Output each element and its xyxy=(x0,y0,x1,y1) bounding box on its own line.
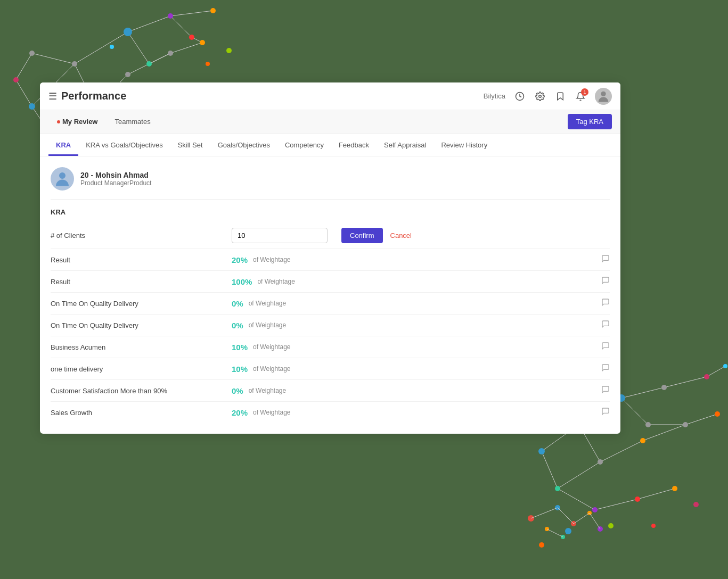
tab-competency[interactable]: Competency xyxy=(277,134,331,156)
weightage-suffix: of Weightage xyxy=(253,343,291,351)
weightage-value: 10% xyxy=(232,343,248,352)
svg-point-59 xyxy=(683,422,688,427)
app-container: ☰ Performance Bilytica xyxy=(40,82,620,434)
svg-line-43 xyxy=(542,451,558,489)
svg-point-33 xyxy=(110,45,114,49)
navbar-left: ☰ Performance xyxy=(48,90,484,102)
kra-input-row: # of Clients Confirm Cancel xyxy=(51,222,610,249)
svg-point-87 xyxy=(59,172,66,179)
kra-row-label: Result xyxy=(51,256,232,264)
kra-row: Result 20% of Weightage xyxy=(51,249,610,271)
weightage-value: 20% xyxy=(232,255,248,264)
svg-point-28 xyxy=(146,61,152,67)
notification-icon[interactable]: 1 xyxy=(575,90,586,102)
kra-row-value-area: 10% of Weightage xyxy=(232,342,610,352)
cancel-button[interactable]: Cancel xyxy=(390,231,412,239)
user-avatar[interactable] xyxy=(595,88,612,105)
weightage-suffix: of Weightage xyxy=(253,365,291,373)
hamburger-icon[interactable]: ☰ xyxy=(48,90,57,102)
tab-skill-set[interactable]: Skill Set xyxy=(170,134,210,156)
comment-icon[interactable] xyxy=(601,320,610,330)
weightage-suffix: of Weightage xyxy=(253,256,291,263)
svg-point-52 xyxy=(538,448,545,454)
svg-point-55 xyxy=(661,385,667,390)
svg-point-85 xyxy=(539,95,542,97)
svg-point-86 xyxy=(601,91,606,96)
kra-row-label: Business Acumen xyxy=(51,343,232,351)
settings-icon[interactable] xyxy=(534,90,546,102)
bilytica-label: Bilytica xyxy=(484,92,505,100)
svg-point-31 xyxy=(210,8,216,13)
kra-row-label: Customer Satisfaction More than 90% xyxy=(51,387,232,395)
kra-row: one time delivery 10% of Weightage xyxy=(51,358,610,380)
section-divider-1 xyxy=(51,199,610,200)
content-area: 20 - Mohsin Ahmad Product ManagerProduct… xyxy=(40,156,620,434)
svg-point-64 xyxy=(635,497,640,502)
svg-point-23 xyxy=(125,72,130,77)
user-avatar-large xyxy=(51,167,74,191)
svg-point-56 xyxy=(704,374,709,379)
weightage-value: 20% xyxy=(232,408,248,417)
kra-row: Sales Growth 20% of Weightage xyxy=(51,402,610,423)
kra-row-value-area: 20% of Weightage xyxy=(232,254,610,265)
svg-point-24 xyxy=(168,51,173,56)
tab-goals-objectives[interactable]: Goals/Objectives xyxy=(210,134,277,156)
svg-line-45 xyxy=(621,398,648,425)
kra-clients-input[interactable] xyxy=(232,228,328,243)
tab-self-appraisal[interactable]: Self Appraisal xyxy=(377,134,434,156)
clock-icon[interactable] xyxy=(514,90,526,102)
comment-icon[interactable] xyxy=(601,342,610,352)
svg-line-47 xyxy=(685,414,717,425)
tab-review-history[interactable]: Review History xyxy=(433,134,495,156)
svg-point-30 xyxy=(29,51,35,56)
weightage-value: 100% xyxy=(232,277,252,286)
svg-point-58 xyxy=(640,438,645,443)
app-title: Performance xyxy=(61,90,126,102)
svg-line-81 xyxy=(547,529,563,537)
svg-line-14 xyxy=(32,53,75,64)
kra-row-value-area: 100% of Weightage xyxy=(232,276,610,287)
svg-line-1 xyxy=(75,32,128,64)
kra-row-value-area: 10% of Weightage xyxy=(232,363,610,374)
bookmark-icon[interactable] xyxy=(554,90,566,102)
svg-line-11 xyxy=(149,53,170,64)
svg-point-34 xyxy=(226,48,232,53)
weightage-suffix: of Weightage xyxy=(253,409,291,416)
comment-icon[interactable] xyxy=(601,254,610,265)
kra-row-value-area: 0% of Weightage xyxy=(232,320,610,330)
svg-line-83 xyxy=(590,513,600,529)
kra-row-label: Result xyxy=(51,278,232,286)
user-name: 20 - Mohsin Ahmad xyxy=(80,171,151,179)
weightage-suffix: of Weightage xyxy=(249,321,287,329)
svg-line-13 xyxy=(16,53,32,80)
tab-kra-vs-goals[interactable]: KRA vs Goals/Objectives xyxy=(78,134,170,156)
svg-point-61 xyxy=(645,422,651,427)
kra-row-value-area: 0% of Weightage xyxy=(232,298,610,309)
navbar: ☰ Performance Bilytica xyxy=(40,82,620,110)
weightage-value: 0% xyxy=(232,299,243,308)
svg-line-6 xyxy=(170,43,202,53)
kra-input-label: # of Clients xyxy=(51,231,232,239)
kra-row-label: Sales Growth xyxy=(51,409,232,417)
svg-point-21 xyxy=(168,13,173,19)
tab-feedback[interactable]: Feedback xyxy=(331,134,377,156)
kra-row-value-area: 0% of Weightage xyxy=(232,385,610,396)
tab-nav: KRA KRA vs Goals/Objectives Skill Set Go… xyxy=(40,134,620,156)
notification-badge: 1 xyxy=(581,88,588,96)
comment-icon[interactable] xyxy=(601,276,610,287)
tab-my-review[interactable]: My Review xyxy=(48,112,106,131)
tab-teammates[interactable]: Teammates xyxy=(106,112,159,131)
confirm-button[interactable]: Confirm xyxy=(341,228,383,243)
comment-icon[interactable] xyxy=(601,407,610,418)
comment-icon[interactable] xyxy=(601,363,610,374)
kra-section-label: KRA xyxy=(51,208,610,216)
comment-icon[interactable] xyxy=(601,385,610,396)
svg-point-29 xyxy=(13,77,19,82)
weightage-suffix: of Weightage xyxy=(249,387,287,394)
kra-row: Result 100% of Weightage xyxy=(51,271,610,293)
tag-kra-button[interactable]: Tag KRA xyxy=(568,114,612,129)
comment-icon[interactable] xyxy=(601,298,610,309)
tab-kra[interactable]: KRA xyxy=(48,134,78,156)
svg-line-79 xyxy=(531,508,558,518)
svg-line-10 xyxy=(128,32,149,64)
